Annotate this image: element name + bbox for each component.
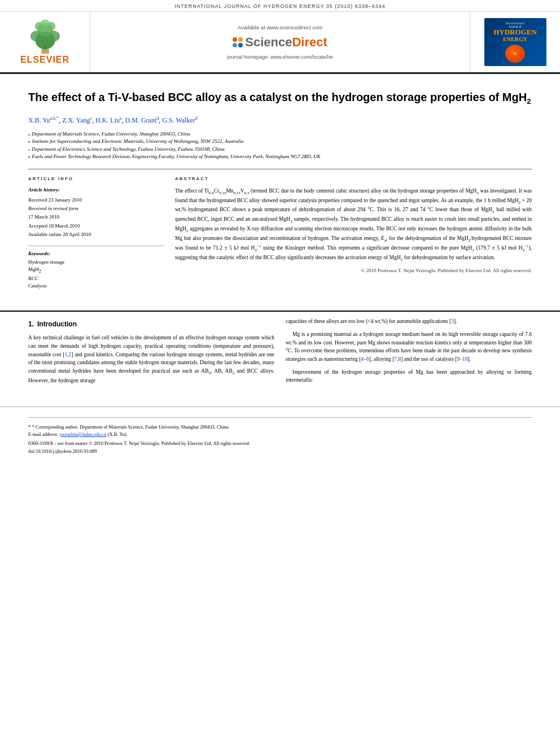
affil-sup-c: c [28,147,30,153]
affil-sup-a: a [28,132,30,138]
sd-direct-part: Direct [292,35,327,49]
star-icon: * [28,424,31,430]
email-suffix: (X.B. Yu). [108,431,128,437]
keywords-label: Keywords: [28,251,164,256]
sciencedirect-logo: ScienceDirect [233,35,327,50]
article-info-section-label: ARTICLE INFO [28,176,164,181]
received-revised-label: Received in revised form [28,204,164,213]
sciencedirect-text: ScienceDirect [245,35,327,50]
received-date: Received 23 January 2010 [28,196,164,204]
corresponding-author-text: Department of Materials Science, Fudan U… [80,424,229,430]
affil-item-a: a Department of Materials Science, Fudan… [28,130,532,138]
ref-4-6: 4–6 [361,356,369,362]
available-text: Available at www.sciencedirect.com [238,24,322,30]
available-date: Available online 28 April 2010 [28,230,164,239]
section1-para1: A key technical challenge in fuel cell v… [28,334,274,385]
elsevier-logo: ELSEVIER [0,12,90,72]
article-title: The effect of a Ti-V-based BCC alloy as … [28,90,532,107]
authors-line: X.B. Yua,b,*, Z.X. Yangc, H.K. Liua, D.M… [28,116,532,125]
article-title-text: The effect of a Ti-V-based BCC alloy as … [28,91,531,103]
ref-7-8: 7,8 [394,356,401,362]
hj-circle-icon: ⚛ [505,45,525,63]
sd-dots-icon [233,37,243,47]
section1-number: 1. [28,320,34,328]
keyword-1: Hydrogen storage [28,259,164,265]
article-history-label: Article history: [28,187,164,193]
affil-text-d: Fuels and Power Technology Research Divi… [32,153,321,161]
sd-dot-2 [238,37,243,42]
section1-para3: Mg is a promising material as a hydrogen… [286,330,532,364]
footer-section: * * Corresponding author. Department of … [0,407,560,458]
ref-9-18: 9–18 [457,356,467,362]
revised-date: 17 March 2010 [28,213,164,221]
keyword-3: BCC [28,276,164,281]
keyword-2: MgH2 [28,267,164,274]
keywords-section: Keywords: Hydrogen storage MgH2 BCC Cata… [28,246,164,289]
elsevier-brand-text: ELSEVIER [20,55,69,65]
ref-3: 3 [451,318,454,324]
section1-heading: 1. Introduction [28,320,274,328]
author1-name: X.B. Yu [28,116,50,124]
hj-energy-text: ENERGY [503,36,527,42]
center-brand: Available at www.sciencedirect.com Scien… [90,12,470,72]
email-label: E-mail address: [28,431,58,437]
page-wrapper: INTERNATIONAL JOURNAL OF HYDROGEN ENERGY… [0,0,560,458]
body-two-col: 1. Introduction A key technical challeng… [28,317,532,389]
affil-text-b: Institute for Superconducting and Electr… [32,138,244,146]
article-info-abstract-section: ARTICLE INFO Article history: Received 2… [28,169,532,290]
sd-dot-4 [238,43,243,47]
body-col-left: 1. Introduction A key technical challeng… [28,317,274,389]
hj-journal-text: Journal of [509,25,521,28]
email-link[interactable]: yuxuebin@fudan.edu.cn [59,431,106,437]
author1-sup: a,b,* [50,116,59,121]
section1-para2: capacities of these alloys are too low (… [286,317,532,326]
affil-item-c: c Department of Electronics Science and … [28,146,532,154]
abstract-col: ABSTRACT The effect of Ti0.4Cr0.15Mn0.15… [175,176,532,290]
sd-dot-3 [233,43,237,47]
hj-hydrogen-text: HYDROGEN [493,28,537,36]
affil-sup-d: d [28,154,30,160]
author2-name: Z.X. Yang [62,116,90,124]
author4-sup: d [156,116,159,121]
journal-logo-right: International Journal of HYDROGEN ENERGY… [470,12,560,72]
corresponding-author-label: * Corresponding author. [32,424,78,430]
author5-sup: d [195,116,198,121]
author4-name: D.M. Grant [125,116,157,124]
abstract-section-label: ABSTRACT [175,176,532,181]
affil-text-a: Department of Materials Science, Fudan U… [32,130,190,138]
affil-item-d: d Fuels and Power Technology Research Di… [28,153,532,161]
abstract-text: The effect of Ti0.4Cr0.15Mn0.15V0.3 (ter… [175,187,532,263]
footer-doi: doi:10.1016/j.ijhydene.2010.03.089 [28,448,532,454]
sd-dot-1 [233,37,237,42]
journal-header: INTERNATIONAL JOURNAL OF HYDROGEN ENERGY… [0,0,560,12]
brand-bar: ELSEVIER Available at www.sciencedirect.… [0,12,560,74]
journal-title-header: INTERNATIONAL JOURNAL OF HYDROGEN ENERGY… [174,3,386,9]
footer-note: * * Corresponding author. Department of … [28,423,532,438]
article-dates: Received 23 January 2010 Received in rev… [28,196,164,239]
accepted-date: Accepted 18 March 2010 [28,222,164,230]
section1-title: Introduction [37,320,77,328]
affil-text-c: Department of Electronics Science and Te… [32,146,225,154]
author3-name: H.K. Liu [95,116,120,124]
author3-sup: a [120,116,122,121]
svg-rect-8 [41,49,49,54]
elsevier-tree-icon [20,20,71,54]
ref-1-2: 1,2 [64,352,71,357]
author5-name: G.S. Walker [162,116,195,124]
article-info-col: ARTICLE INFO Article history: Received 2… [28,176,164,290]
footer-issn: 0360-3199/$ – see front matter © 2010 Pr… [28,440,532,446]
copyright-text: © 2010 Professor T. Nejat Veziroglu. Pub… [175,268,532,273]
affil-sup-b: b [28,139,30,145]
hydrogen-journal-box: International Journal of HYDROGEN ENERGY… [484,18,546,66]
author2-sup: c [90,116,92,121]
section1-para4: Improvement of the hydrogen storage prop… [286,368,532,385]
journal-homepage-text: journal homepage: www.elsevier.com/locat… [227,54,333,60]
affiliations-block: a Department of Materials Science, Fudan… [28,130,532,161]
sd-science-part: Science [245,35,292,49]
main-content: The effect of a Ti-V-based BCC alloy as … [0,74,560,311]
body-content: 1. Introduction A key technical challeng… [0,311,560,400]
body-col-right: capacities of these alloys are too low (… [286,317,532,389]
keyword-4: Catalysis [28,283,164,289]
affil-item-b: b Institute for Superconducting and Elec… [28,138,532,146]
footer-divider [28,417,532,418]
